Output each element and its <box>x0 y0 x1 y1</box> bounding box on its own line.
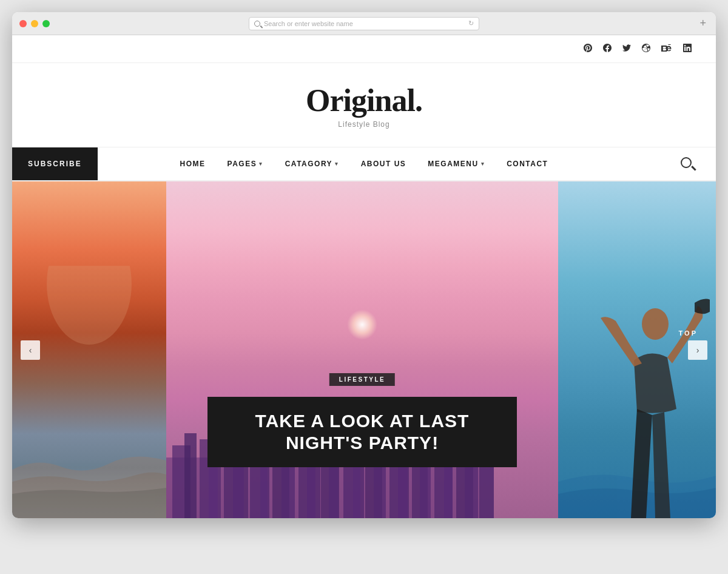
minimize-button[interactable] <box>31 20 38 27</box>
top-label: TOP <box>679 329 698 337</box>
slide-category-badge: LIFESTYLE <box>329 373 395 386</box>
social-bar <box>12 35 716 63</box>
category-dropdown-icon: ▾ <box>335 161 339 167</box>
twitter-icon[interactable] <box>622 44 631 54</box>
nav-category[interactable]: CATAGORY ▾ <box>274 147 350 180</box>
refresh-icon[interactable]: ↻ <box>468 19 474 27</box>
slide-right: TOP › <box>558 181 716 518</box>
svg-rect-3 <box>184 433 197 518</box>
nav-contact[interactable]: CONTACT <box>496 147 559 180</box>
water-reflection <box>12 397 166 518</box>
address-bar-text: Search or enter website name <box>264 20 353 27</box>
subscribe-button[interactable]: SUBSCRIBE <box>12 147 98 180</box>
browser-dots <box>19 20 50 27</box>
hero-slider: ‹ <box>12 181 716 518</box>
slide-left: ‹ <box>12 181 166 518</box>
surfer-silhouette <box>35 266 144 399</box>
nav-about-us[interactable]: ABOUT US <box>350 147 417 180</box>
search-button[interactable] <box>681 157 692 171</box>
svg-point-29 <box>642 308 669 340</box>
linkedin-icon[interactable] <box>683 44 692 54</box>
search-icon <box>681 157 692 168</box>
dribbble-icon[interactable] <box>642 44 650 54</box>
nav-links: HOME PAGES ▾ CATAGORY ▾ ABOUT US MEGAMEN… <box>72 147 656 180</box>
close-button[interactable] <box>19 20 27 27</box>
slide-title-text: TAKE A LOOK AT LAST NIGHT'S PARTY! <box>224 410 500 454</box>
nav-home[interactable]: HOME <box>169 147 217 180</box>
site-wrapper: Original. Lifestyle Blog SUBSCRIBE HOME … <box>12 35 716 518</box>
nav-megamenu[interactable]: MEGAMENU ▾ <box>417 147 496 180</box>
address-search-icon <box>254 21 260 27</box>
pages-dropdown-icon: ▾ <box>259 161 263 167</box>
slider-next-button[interactable]: › <box>688 340 707 360</box>
sun-glow <box>347 309 377 340</box>
slide-center: LIFESTYLE TAKE A LOOK AT LAST NIGHT'S PA… <box>166 181 558 518</box>
maximize-button[interactable] <box>42 20 50 27</box>
megamenu-dropdown-icon: ▾ <box>481 161 485 167</box>
person-silhouette <box>588 288 710 518</box>
address-bar[interactable]: Search or enter website name ↻ <box>249 17 479 30</box>
site-title: Original. <box>24 85 704 116</box>
facebook-icon[interactable] <box>603 44 612 54</box>
site-subtitle: Lifestyle Blog <box>24 120 704 129</box>
pinterest-icon[interactable] <box>584 44 592 54</box>
browser-window: Search or enter website name ↻ + <box>12 12 716 518</box>
svg-point-0 <box>47 266 132 345</box>
slider-prev-button[interactable]: ‹ <box>21 340 40 360</box>
new-tab-icon[interactable]: + <box>699 17 706 30</box>
browser-titlebar: Search or enter website name ↻ + <box>12 12 716 35</box>
slide-title-box: TAKE A LOOK AT LAST NIGHT'S PARTY! <box>207 397 517 467</box>
site-header: Original. Lifestyle Blog <box>12 63 716 147</box>
navigation-bar: SUBSCRIBE HOME PAGES ▾ CATAGORY ▾ ABOUT … <box>12 147 716 181</box>
behance-icon[interactable] <box>661 44 672 54</box>
nav-pages[interactable]: PAGES ▾ <box>217 147 274 180</box>
